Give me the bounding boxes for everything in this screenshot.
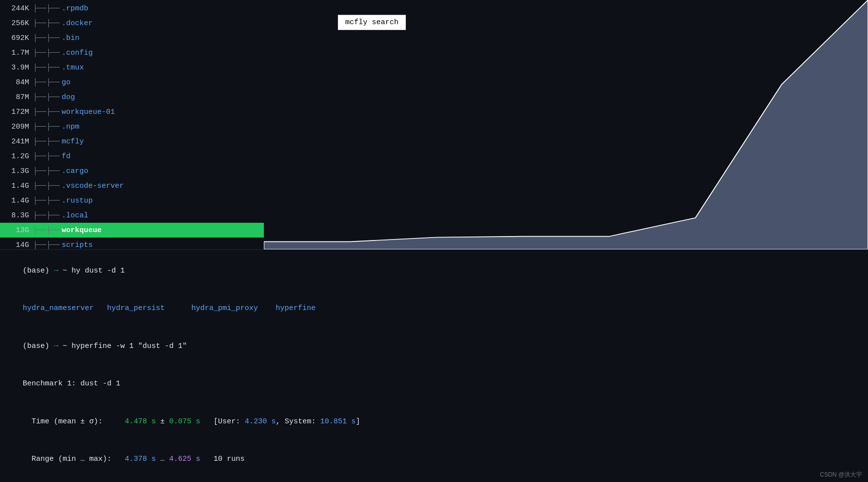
file-name[interactable]: .cargo — [62, 167, 88, 175]
file-row: 1.7M├── .config — [0, 45, 264, 60]
tree-connector-icon: ├── — [33, 123, 60, 131]
terminal-line-5: Time (mean ± σ): 4.478 s ± 0.075 s [User… — [5, 403, 863, 441]
file-name[interactable]: .vscode-server — [62, 182, 124, 190]
terminal-line-4: Benchmark 1: dust -d 1 — [5, 365, 863, 403]
tree-connector-icon: ├── — [33, 93, 60, 102]
search-tooltip: mcfly search — [338, 15, 406, 30]
file-name[interactable]: mcfly — [62, 138, 84, 146]
main-area: 244K├── .rpmdb256K├── .docker692K├── .bi… — [0, 0, 868, 249]
watermark: CSDN @洪大宇 — [820, 471, 862, 479]
file-name[interactable]: workqueue-01 — [62, 108, 115, 116]
tree-connector-icon: ├── — [33, 241, 60, 249]
tree-connector-icon: ├── — [33, 49, 60, 57]
file-size: 692K — [1, 34, 33, 42]
file-size: 1.4G — [1, 197, 33, 205]
file-row: 241M├── mcfly — [0, 134, 264, 149]
left-panel: 244K├── .rpmdb256K├── .docker692K├── .bi… — [0, 0, 264, 249]
file-row: 84M├── go — [0, 75, 264, 90]
tree-connector-icon: ├── — [33, 211, 60, 220]
tree-connector-icon: ├── — [33, 197, 60, 205]
file-size: 172M — [1, 108, 33, 116]
tree-connector-icon: ├── — [33, 108, 60, 116]
file-name[interactable]: fd — [62, 152, 71, 161]
terminal-line-1: (base) → ~ hy dust -d 1 — [5, 252, 863, 290]
file-name[interactable]: .rustup — [62, 197, 93, 205]
file-row: 1.3G├── .cargo — [0, 164, 264, 178]
tree-connector-icon: ├── — [33, 19, 60, 28]
file-name[interactable]: .npm — [62, 123, 79, 131]
bar-chart — [264, 0, 868, 249]
file-row: 1.4G├── .vscode-server — [0, 178, 264, 193]
file-size: 1.7M — [1, 49, 33, 57]
file-row: 8.3G├── .local — [0, 208, 264, 223]
file-size: 244K — [1, 4, 33, 13]
file-size: 87M — [1, 93, 33, 102]
file-name[interactable]: .tmux — [62, 64, 84, 72]
file-row: 14G├── scripts — [0, 238, 264, 249]
file-row: 256K├── .docker — [0, 16, 264, 31]
file-name[interactable]: dog — [62, 93, 75, 102]
file-name[interactable]: .docker — [62, 19, 93, 28]
file-size: 1.3G — [1, 167, 33, 175]
file-size: 8.3G — [1, 211, 33, 220]
file-size: 3.9M — [1, 64, 33, 72]
file-name[interactable]: workqueue — [62, 226, 102, 235]
file-size: 256K — [1, 19, 33, 28]
tree-connector-icon: ├── — [33, 226, 60, 235]
terminal-prompt-1: (base) — [23, 267, 54, 275]
tree-connector-icon: ├── — [33, 4, 60, 13]
file-row: 13G├── workqueue — [0, 223, 264, 238]
file-row: 3.9M├── .tmux — [0, 60, 264, 75]
file-row: 87M├── dog — [0, 90, 264, 104]
terminal-line-3: (base) → ~ hyperfine -w 1 "dust -d 1" — [5, 327, 863, 365]
file-name[interactable]: .config — [62, 49, 93, 57]
file-size: 1.2G — [1, 152, 33, 161]
file-name[interactable]: .rpmdb — [62, 4, 88, 13]
terminal-line-6: Range (min … max): 4.378 s … 4.625 s 10 … — [5, 441, 863, 479]
file-row: 692K├── .bin — [0, 31, 264, 45]
tree-connector-icon: ├── — [33, 34, 60, 42]
tree-connector-icon: ├── — [33, 64, 60, 72]
file-row: 244K├── .rpmdb — [0, 1, 264, 16]
file-row: 172M├── workqueue-01 — [0, 104, 264, 119]
tree-connector-icon: ├── — [33, 182, 60, 190]
file-row: 1.2G├── fd — [0, 149, 264, 164]
file-name[interactable]: go — [62, 78, 71, 87]
file-name[interactable]: scripts — [62, 241, 93, 249]
file-row: 1.4G├── .rustup — [0, 193, 264, 208]
file-name[interactable]: .bin — [62, 34, 79, 42]
tree-connector-icon: ├── — [33, 78, 60, 87]
right-panel: mcfly search — [264, 0, 868, 249]
file-name[interactable]: .local — [62, 211, 88, 220]
tree-connector-icon: ├── — [33, 167, 60, 175]
terminal-bottom: (base) → ~ hy dust -d 1 hydra_nameserver… — [0, 249, 868, 482]
file-size: 14G — [1, 241, 33, 249]
file-size: 1.4G — [1, 182, 33, 190]
file-row: 209M├── .npm — [0, 119, 264, 134]
file-size: 209M — [1, 123, 33, 131]
tree-connector-icon: ├── — [33, 152, 60, 161]
file-size: 241M — [1, 138, 33, 146]
file-size: 13G — [1, 226, 33, 235]
file-size: 84M — [1, 78, 33, 87]
terminal-line-2: hydra_nameserver hydra_persist hydra_pmi… — [5, 290, 863, 328]
tree-connector-icon: ├── — [33, 138, 60, 146]
